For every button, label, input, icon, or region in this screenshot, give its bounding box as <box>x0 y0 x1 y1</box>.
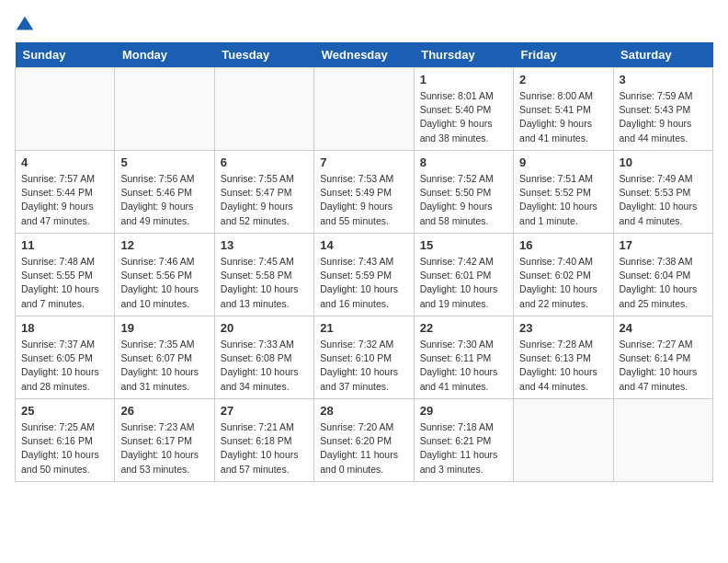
day-info: Sunrise: 7:45 AM Sunset: 5:58 PM Dayligh… <box>221 255 308 311</box>
calendar-cell: 11Sunrise: 7:48 AM Sunset: 5:55 PM Dayli… <box>16 234 115 316</box>
day-info: Sunrise: 7:23 AM Sunset: 6:17 PM Dayligh… <box>120 420 208 477</box>
day-number: 1 <box>420 73 507 86</box>
day-info: Sunrise: 7:21 AM Sunset: 6:18 PM Dayligh… <box>221 420 308 477</box>
day-number: 20 <box>221 321 308 335</box>
day-number: 18 <box>21 321 108 335</box>
calendar-cell: 24Sunrise: 7:27 AM Sunset: 6:14 PM Dayli… <box>613 316 712 399</box>
calendar-cell: 21Sunrise: 7:32 AM Sunset: 6:10 PM Dayli… <box>314 316 414 399</box>
calendar-cell: 26Sunrise: 7:23 AM Sunset: 6:17 PM Dayli… <box>115 399 214 482</box>
day-info: Sunrise: 7:18 AM Sunset: 6:21 PM Dayligh… <box>420 420 507 477</box>
calendar-cell: 19Sunrise: 7:35 AM Sunset: 6:07 PM Dayli… <box>115 316 214 399</box>
day-info: Sunrise: 8:00 AM Sunset: 5:41 PM Dayligh… <box>519 89 607 145</box>
calendar-cell: 2Sunrise: 8:00 AM Sunset: 5:41 PM Daylig… <box>514 68 613 151</box>
column-header-saturday: Saturday <box>613 42 712 68</box>
column-header-sunday: Sunday <box>16 42 115 68</box>
day-info: Sunrise: 7:46 AM Sunset: 5:56 PM Dayligh… <box>120 255 208 311</box>
calendar-cell: 28Sunrise: 7:20 AM Sunset: 6:20 PM Dayli… <box>314 399 414 482</box>
calendar-cell: 14Sunrise: 7:43 AM Sunset: 5:59 PM Dayli… <box>314 234 414 316</box>
day-info: Sunrise: 7:56 AM Sunset: 5:46 PM Dayligh… <box>120 172 208 228</box>
week-row-2: 4Sunrise: 7:57 AM Sunset: 5:44 PM Daylig… <box>16 151 713 234</box>
day-info: Sunrise: 8:01 AM Sunset: 5:40 PM Dayligh… <box>420 89 507 145</box>
calendar-cell: 18Sunrise: 7:37 AM Sunset: 6:05 PM Dayli… <box>16 316 115 399</box>
logo <box>15 15 39 35</box>
page-header <box>15 15 713 35</box>
calendar-cell: 29Sunrise: 7:18 AM Sunset: 6:21 PM Dayli… <box>414 399 513 482</box>
day-info: Sunrise: 7:49 AM Sunset: 5:53 PM Dayligh… <box>620 172 707 228</box>
calendar-cell: 4Sunrise: 7:57 AM Sunset: 5:44 PM Daylig… <box>16 151 115 234</box>
day-number: 24 <box>620 321 707 335</box>
day-number: 28 <box>320 404 407 418</box>
calendar-cell: 25Sunrise: 7:25 AM Sunset: 6:16 PM Dayli… <box>16 399 115 482</box>
column-header-monday: Monday <box>115 42 214 68</box>
day-number: 26 <box>120 404 208 418</box>
calendar-table: SundayMondayTuesdayWednesdayThursdayFrid… <box>15 42 713 482</box>
column-header-wednesday: Wednesday <box>314 42 414 68</box>
day-number: 21 <box>320 321 407 335</box>
day-info: Sunrise: 7:43 AM Sunset: 5:59 PM Dayligh… <box>320 255 407 311</box>
week-row-4: 18Sunrise: 7:37 AM Sunset: 6:05 PM Dayli… <box>16 316 713 399</box>
day-info: Sunrise: 7:38 AM Sunset: 6:04 PM Dayligh… <box>620 255 707 311</box>
day-info: Sunrise: 7:40 AM Sunset: 6:02 PM Dayligh… <box>519 255 607 311</box>
day-number: 11 <box>21 238 108 252</box>
day-number: 25 <box>21 404 108 418</box>
day-number: 8 <box>420 155 507 169</box>
calendar-cell: 16Sunrise: 7:40 AM Sunset: 6:02 PM Dayli… <box>514 234 613 316</box>
day-info: Sunrise: 7:48 AM Sunset: 5:55 PM Dayligh… <box>21 255 108 311</box>
calendar-cell: 1Sunrise: 8:01 AM Sunset: 5:40 PM Daylig… <box>414 68 513 151</box>
day-info: Sunrise: 7:20 AM Sunset: 6:20 PM Dayligh… <box>320 420 407 477</box>
day-info: Sunrise: 7:30 AM Sunset: 6:11 PM Dayligh… <box>420 338 507 394</box>
day-info: Sunrise: 7:59 AM Sunset: 5:43 PM Dayligh… <box>620 89 707 145</box>
day-number: 9 <box>519 155 607 169</box>
header-row: SundayMondayTuesdayWednesdayThursdayFrid… <box>16 42 713 68</box>
calendar-cell: 8Sunrise: 7:52 AM Sunset: 5:50 PM Daylig… <box>414 151 513 234</box>
day-info: Sunrise: 7:28 AM Sunset: 6:13 PM Dayligh… <box>519 338 607 394</box>
day-number: 5 <box>120 155 208 169</box>
column-header-thursday: Thursday <box>414 42 513 68</box>
calendar-cell <box>16 68 115 151</box>
day-number: 22 <box>420 321 507 335</box>
day-info: Sunrise: 7:25 AM Sunset: 6:16 PM Dayligh… <box>21 420 108 477</box>
calendar-cell <box>314 68 414 151</box>
calendar-cell: 23Sunrise: 7:28 AM Sunset: 6:13 PM Dayli… <box>514 316 613 399</box>
day-number: 4 <box>21 155 108 169</box>
day-number: 6 <box>221 155 308 169</box>
calendar-cell: 15Sunrise: 7:42 AM Sunset: 6:01 PM Dayli… <box>414 234 513 316</box>
column-header-friday: Friday <box>514 42 613 68</box>
day-number: 12 <box>120 238 208 252</box>
day-info: Sunrise: 7:35 AM Sunset: 6:07 PM Dayligh… <box>120 338 208 394</box>
day-number: 2 <box>519 73 607 86</box>
week-row-1: 1Sunrise: 8:01 AM Sunset: 5:40 PM Daylig… <box>16 68 713 151</box>
calendar-cell <box>115 68 214 151</box>
day-info: Sunrise: 7:53 AM Sunset: 5:49 PM Dayligh… <box>320 172 407 228</box>
day-number: 29 <box>420 404 507 418</box>
calendar-cell: 12Sunrise: 7:46 AM Sunset: 5:56 PM Dayli… <box>115 234 214 316</box>
day-number: 10 <box>620 155 707 169</box>
day-info: Sunrise: 7:52 AM Sunset: 5:50 PM Dayligh… <box>420 172 507 228</box>
column-header-tuesday: Tuesday <box>214 42 313 68</box>
day-number: 15 <box>420 238 507 252</box>
day-number: 16 <box>519 238 607 252</box>
calendar-cell: 13Sunrise: 7:45 AM Sunset: 5:58 PM Dayli… <box>214 234 313 316</box>
day-number: 17 <box>620 238 707 252</box>
calendar-cell: 5Sunrise: 7:56 AM Sunset: 5:46 PM Daylig… <box>115 151 214 234</box>
calendar-cell: 3Sunrise: 7:59 AM Sunset: 5:43 PM Daylig… <box>613 68 712 151</box>
calendar-cell: 20Sunrise: 7:33 AM Sunset: 6:08 PM Dayli… <box>214 316 313 399</box>
day-number: 7 <box>320 155 407 169</box>
day-info: Sunrise: 7:27 AM Sunset: 6:14 PM Dayligh… <box>620 338 707 394</box>
calendar-cell: 22Sunrise: 7:30 AM Sunset: 6:11 PM Dayli… <box>414 316 513 399</box>
calendar-cell: 9Sunrise: 7:51 AM Sunset: 5:52 PM Daylig… <box>514 151 613 234</box>
calendar-cell <box>514 399 613 482</box>
day-info: Sunrise: 7:33 AM Sunset: 6:08 PM Dayligh… <box>221 338 308 394</box>
day-info: Sunrise: 7:37 AM Sunset: 6:05 PM Dayligh… <box>21 338 108 394</box>
day-number: 13 <box>221 238 308 252</box>
calendar-cell: 7Sunrise: 7:53 AM Sunset: 5:49 PM Daylig… <box>314 151 414 234</box>
day-number: 23 <box>519 321 607 335</box>
calendar-cell: 27Sunrise: 7:21 AM Sunset: 6:18 PM Dayli… <box>214 399 313 482</box>
day-number: 3 <box>620 73 707 86</box>
day-info: Sunrise: 7:57 AM Sunset: 5:44 PM Dayligh… <box>21 172 108 228</box>
svg-marker-0 <box>17 17 33 30</box>
calendar-cell: 17Sunrise: 7:38 AM Sunset: 6:04 PM Dayli… <box>613 234 712 316</box>
week-row-5: 25Sunrise: 7:25 AM Sunset: 6:16 PM Dayli… <box>16 399 713 482</box>
day-info: Sunrise: 7:32 AM Sunset: 6:10 PM Dayligh… <box>320 338 407 394</box>
day-number: 19 <box>120 321 208 335</box>
